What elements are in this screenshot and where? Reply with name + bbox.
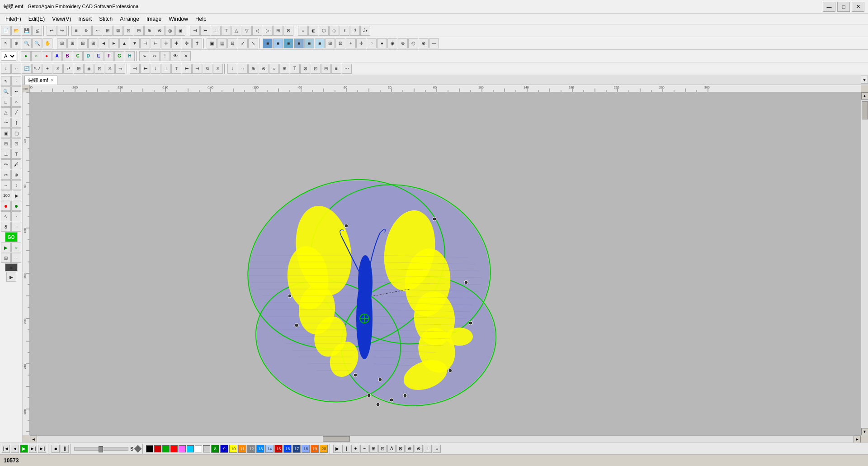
tb2-grid3[interactable]: ⊞: [78, 38, 88, 48]
tb4-t16[interactable]: ⊥: [161, 64, 171, 74]
tb4-t31[interactable]: ⊟: [321, 64, 331, 74]
tb4-t5[interactable]: +: [42, 64, 52, 74]
tb4-t7[interactable]: ⇄: [63, 64, 73, 74]
lt-stitch[interactable]: ⊞: [1, 138, 11, 148]
lt-S[interactable]: S: [1, 222, 11, 232]
tb4-t4[interactable]: ↖↗: [32, 64, 42, 74]
play-end[interactable]: ►|: [38, 445, 46, 453]
tb2-select[interactable]: ↖: [1, 38, 11, 48]
tb-open[interactable]: 📂: [11, 26, 21, 36]
bottom-icon-10[interactable]: ⊗: [415, 445, 423, 453]
color-10[interactable]: 10: [229, 445, 237, 453]
tb2-g5[interactable]: ○: [367, 38, 377, 48]
tb2-box2[interactable]: ▤: [217, 38, 227, 48]
color-black[interactable]: [146, 445, 153, 452]
bottom-scrollbar[interactable]: ◄ ►: [30, 435, 861, 442]
color-cyan[interactable]: [187, 445, 194, 452]
tb2-hand[interactable]: ✋: [42, 38, 52, 48]
tb-s3[interactable]: ⊥: [211, 26, 221, 36]
tb-stitch-7[interactable]: ⊟: [134, 26, 144, 36]
lt-ellipse[interactable]: ○: [11, 97, 21, 107]
scroll-right-btn[interactable]: ►: [854, 436, 861, 443]
tb2-grid1[interactable]: ⊞: [57, 38, 67, 48]
tb2-box1[interactable]: ▣: [207, 38, 217, 48]
color-8[interactable]: 8: [211, 445, 219, 453]
play-rewind[interactable]: |◄: [2, 445, 10, 453]
bottom-icon-2[interactable]: |: [342, 445, 350, 453]
tb4-t13[interactable]: ⊣: [130, 64, 140, 74]
lt-rect[interactable]: □: [1, 97, 11, 107]
tb2-col3[interactable]: ■: [283, 38, 293, 48]
tb-o6[interactable]: ℐ: [350, 26, 360, 36]
color-17[interactable]: 17: [292, 445, 301, 453]
tb3-exclam[interactable]: !: [160, 51, 170, 61]
lt-grid[interactable]: ⊞: [1, 253, 11, 263]
tb-s9[interactable]: ⊞: [273, 26, 283, 36]
tb4-t15[interactable]: ↕: [151, 64, 160, 74]
bottom-icon-5[interactable]: ⊞: [369, 445, 377, 453]
tb2-g9[interactable]: ◎: [408, 38, 418, 48]
lt-fill[interactable]: ▣: [1, 128, 11, 138]
tb2-col5[interactable]: ■: [304, 38, 314, 48]
tb2-cross[interactable]: ✛: [161, 38, 171, 48]
tb4-t3[interactable]: 🔄: [22, 64, 32, 74]
bottom-icon-6[interactable]: ⊡: [378, 445, 387, 453]
maximize-button[interactable]: □: [837, 2, 850, 12]
tb4-t17[interactable]: ⊤: [171, 64, 181, 74]
lt-dots[interactable]: ⋯: [11, 253, 21, 263]
tb-undo[interactable]: ↩: [47, 26, 57, 36]
tb2-g10[interactable]: ⊗: [419, 38, 429, 48]
tb3-A[interactable]: A: [52, 51, 62, 61]
tb2-cross2[interactable]: ✚: [171, 38, 181, 48]
tb-s8[interactable]: ▷: [263, 26, 273, 36]
tb-stitch-11[interactable]: ◉: [175, 26, 185, 36]
lt-arrow-right[interactable]: ▶: [6, 272, 16, 282]
bottom-icon-7[interactable]: A: [387, 445, 396, 453]
tb3-loop2[interactable]: ∾: [150, 51, 160, 61]
tb-s1[interactable]: ⊣: [190, 26, 200, 36]
tb4-t2[interactable]: ↔: [11, 64, 21, 74]
tb4-t24[interactable]: ⊕: [248, 64, 258, 74]
color-red2[interactable]: [170, 445, 178, 452]
menu-view[interactable]: View(V): [48, 15, 75, 23]
tb-s10[interactable]: ⊠: [283, 26, 293, 36]
lt-select[interactable]: ↖: [1, 76, 11, 86]
menu-insert[interactable]: Insert: [75, 15, 95, 23]
tb4-t11[interactable]: ✕: [105, 64, 115, 74]
tb2-col6[interactable]: ■: [315, 38, 325, 48]
play-pause[interactable]: ‖: [61, 445, 69, 453]
tb-o2[interactable]: ◐: [308, 26, 318, 36]
tb3-dot-red[interactable]: ●: [42, 51, 52, 61]
lt-green-circle[interactable]: ●: [11, 201, 21, 211]
tb2-g3[interactable]: +: [346, 38, 356, 48]
menu-image[interactable]: Image: [143, 15, 165, 23]
lt-node[interactable]: ⋮: [11, 76, 21, 86]
tab-scroll-right[interactable]: ▼: [861, 76, 868, 84]
lt-curve[interactable]: 〜: [1, 118, 11, 128]
menu-file[interactable]: File(F): [2, 15, 25, 23]
bottom-icon-12[interactable]: ○: [433, 445, 441, 453]
tb2-box3[interactable]: ⊟: [227, 38, 237, 48]
menu-edit[interactable]: Edit(E): [25, 15, 49, 23]
tb-o7[interactable]: J₂: [360, 26, 370, 36]
lt-t2[interactable]: ⊤: [11, 149, 21, 159]
bottom-icon-9[interactable]: ⊕: [406, 445, 414, 453]
tb2-shrink[interactable]: ⤡: [248, 38, 258, 48]
tb2-zoom-in[interactable]: 🔍: [22, 38, 32, 48]
scroll-thumb-v[interactable]: [862, 101, 868, 119]
stitch-progress[interactable]: [74, 447, 128, 451]
tb4-t25[interactable]: ⊗: [259, 64, 269, 74]
play-prev[interactable]: ◄: [11, 445, 19, 453]
bottom-icon-1[interactable]: ▶: [333, 445, 341, 453]
tb4-t1[interactable]: ↕: [1, 64, 11, 74]
tb4-t18[interactable]: ⊢: [182, 64, 192, 74]
tb2-col1[interactable]: ■: [263, 38, 273, 48]
tb4-t12[interactable]: ⇒: [115, 64, 125, 74]
tb2-g8[interactable]: ⊕: [398, 38, 408, 48]
tb3-H[interactable]: H: [125, 51, 135, 61]
color-20[interactable]: 20: [320, 445, 328, 453]
tb4-t14[interactable]: |⊢: [140, 64, 150, 74]
tb-stitch-3[interactable]: 〰: [92, 26, 102, 36]
menu-window[interactable]: Window: [165, 15, 192, 23]
lt-bezier[interactable]: ∫: [11, 118, 21, 128]
